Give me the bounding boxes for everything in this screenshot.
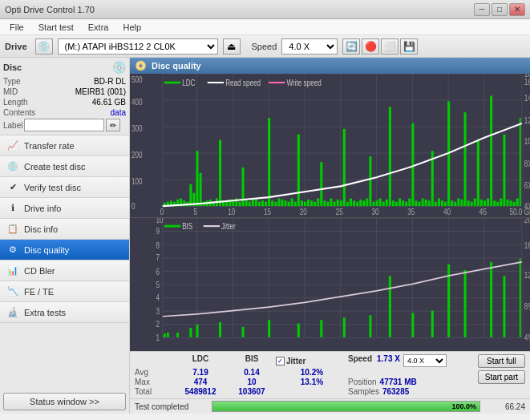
progress-bar: 100.0% (212, 401, 480, 412)
sidebar-item-fe-te[interactable]: 📉 FE / TE (0, 281, 129, 302)
svg-text:18X: 18X (524, 74, 530, 79)
svg-rect-133 (457, 199, 459, 207)
cd-bler-icon: 📊 (6, 265, 19, 277)
refresh-icon[interactable]: 🔄 (342, 38, 360, 55)
svg-text:16%: 16% (524, 240, 530, 250)
app-title: Opti Drive Control 1.70 (5, 5, 95, 14)
svg-rect-137 (471, 202, 473, 207)
stats-table: LDC BIS ✓ Jitter Speed 1.73 X 4.0 X (135, 354, 473, 396)
start-buttons: Start full Start part (478, 354, 525, 384)
avg-label: Avg (135, 368, 173, 377)
svg-rect-87 (307, 200, 310, 206)
save-icon[interactable]: 💾 (400, 38, 418, 55)
close-button[interactable]: ✕ (509, 3, 525, 16)
sidebar-item-transfer-rate[interactable]: 📈 Transfer rate (0, 135, 129, 156)
svg-rect-119 (411, 123, 414, 206)
extra-tests-icon: 🔬 (6, 306, 19, 319)
svg-rect-73 (261, 200, 264, 206)
svg-rect-152 (520, 118, 521, 206)
menu-file[interactable]: File (3, 21, 30, 34)
svg-rect-208 (389, 276, 391, 337)
label-input[interactable] (24, 119, 104, 131)
samples-label: Samples (348, 387, 379, 396)
svg-text:5: 5 (193, 207, 197, 217)
charts-area: 0 100 200 300 400 500 4X 6X 8X 10X 12X 1… (130, 74, 530, 351)
svg-rect-126 (435, 202, 437, 207)
chart-header-icon: 📀 (135, 60, 147, 71)
lower-chart-svg: 1 2 3 4 5 6 7 8 9 10 4% 8% 12% 16% 20% (130, 218, 530, 351)
eject-button[interactable]: ⏏ (223, 38, 241, 55)
svg-rect-197 (167, 333, 169, 337)
svg-rect-82 (291, 199, 293, 207)
sidebar-item-extra-tests[interactable]: 🔬 Extra tests (0, 302, 129, 323)
nav-items: 📈 Transfer rate 💿 Create test disc ✔ Ver… (0, 135, 129, 323)
transfer-rate-icon: 📈 (6, 139, 19, 152)
svg-text:8: 8 (156, 240, 160, 250)
burn-icon[interactable]: 🔴 (362, 38, 379, 55)
menu-help[interactable]: Help (116, 21, 148, 34)
svg-rect-136 (467, 200, 470, 206)
status-label: Test completed (135, 402, 207, 411)
svg-rect-196 (164, 333, 166, 337)
type-label: Type (3, 77, 21, 86)
menu-extra[interactable]: Extra (82, 21, 115, 34)
drive-select[interactable]: (M:) ATAPI iHBS112 2 CL0K (58, 38, 218, 55)
speed-select[interactable]: 4.0 X (281, 38, 338, 55)
svg-rect-99 (346, 202, 349, 207)
sidebar-item-cd-bler[interactable]: 📊 CD Bler (0, 260, 129, 281)
label-edit-button[interactable]: ✏ (106, 119, 120, 131)
svg-text:20: 20 (300, 207, 307, 217)
cd-bler-label: CD Bler (24, 266, 55, 276)
svg-rect-75 (268, 118, 270, 206)
svg-text:Jitter: Jitter (221, 221, 236, 232)
svg-rect-94 (330, 199, 333, 207)
drive-info-label: Drive info (24, 204, 61, 213)
svg-rect-140 (480, 200, 483, 206)
disc-info-icon: 📋 (6, 223, 19, 236)
sidebar-item-verify-test[interactable]: ✔ Verify test disc (0, 177, 129, 198)
menu-start-test[interactable]: Start test (32, 21, 80, 34)
jitter-checkbox[interactable]: ✓ (276, 357, 285, 365)
disc-type-row: Type BD-R DL (3, 77, 126, 86)
speed-dropdown[interactable]: 4.0 X (403, 354, 447, 367)
disc-quality-icon: ⚙ (6, 244, 19, 256)
svg-text:2: 2 (156, 318, 160, 329)
erase-icon[interactable]: ⬜ (381, 38, 399, 55)
status-window-button[interactable]: Status window >> (3, 393, 126, 410)
start-part-button[interactable]: Start part (478, 370, 525, 384)
maximize-button[interactable]: □ (492, 3, 508, 16)
svg-rect-81 (288, 202, 290, 207)
svg-text:8%: 8% (524, 301, 530, 312)
svg-rect-102 (356, 202, 358, 207)
svg-text:10X: 10X (524, 136, 530, 147)
svg-rect-84 (297, 135, 300, 206)
svg-text:6X: 6X (524, 180, 530, 191)
svg-rect-108 (376, 200, 378, 206)
svg-rect-151 (516, 199, 519, 207)
svg-rect-145 (496, 202, 499, 207)
svg-rect-107 (372, 202, 374, 207)
toolbar-icons: 🔄 🔴 ⬜ 💾 (342, 38, 418, 55)
svg-rect-118 (408, 199, 411, 207)
bis-header: BIS (228, 354, 276, 367)
disc-info-table: Type BD-R DL MID MEIRB1 (001) Length 46.… (3, 77, 126, 131)
svg-rect-105 (366, 199, 368, 207)
svg-rect-198 (176, 333, 179, 337)
extra-tests-label: Extra tests (24, 308, 66, 317)
fe-te-icon: 📉 (6, 285, 19, 298)
avg-bis: 0.14 (228, 368, 276, 377)
start-full-button[interactable]: Start full (478, 354, 525, 368)
svg-rect-86 (304, 202, 306, 207)
svg-text:300: 300 (131, 123, 143, 133)
total-ldc: 5489812 (173, 387, 228, 396)
sidebar-item-create-test[interactable]: 💿 Create test disc (0, 156, 129, 177)
progress-section: Test completed 100.0% 66.24 (130, 398, 530, 414)
sidebar-item-disc-info[interactable]: 📋 Disc info (0, 219, 129, 240)
svg-rect-141 (483, 200, 486, 206)
sidebar-item-drive-info[interactable]: ℹ Drive info (0, 198, 129, 219)
svg-rect-70 (252, 200, 254, 206)
sidebar-item-disc-quality[interactable]: ⚙ Disc quality (0, 240, 129, 260)
disc-length-row: Length 46.61 GB (3, 98, 126, 107)
svg-rect-115 (399, 199, 401, 207)
minimize-button[interactable]: ─ (474, 3, 490, 16)
